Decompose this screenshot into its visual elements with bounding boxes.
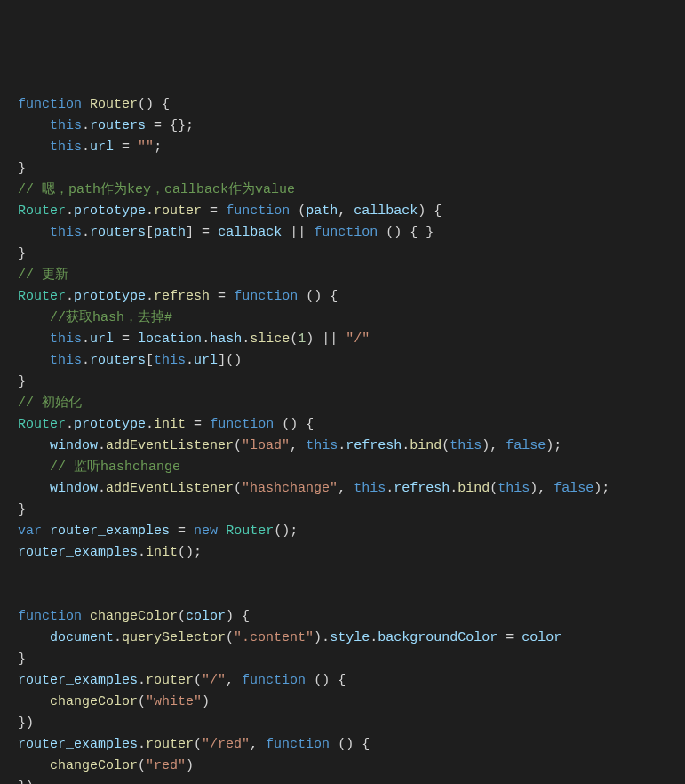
token-op: = [210, 204, 218, 219]
token-prm: color [186, 609, 226, 624]
token-cls: Router [18, 289, 66, 304]
token-prm: callback [354, 204, 418, 219]
token-prm: callback [218, 225, 282, 240]
token-kw: function [226, 204, 290, 219]
token-op: = [194, 417, 202, 432]
token-str: "white" [146, 694, 202, 709]
token-cm: // 更新 [18, 268, 68, 283]
token-fn: refresh [154, 289, 210, 304]
token-op: = [122, 140, 130, 155]
token-prm: router_examples [50, 524, 170, 539]
token-pun [82, 609, 90, 624]
token-pun [202, 204, 210, 219]
token-op: = [154, 118, 162, 133]
token-pun: . [98, 438, 106, 453]
token-kw: function [234, 289, 298, 304]
token-pun: . [146, 417, 154, 432]
token-prop: refresh [394, 481, 450, 496]
token-pun: ( [290, 204, 306, 219]
token-fn: addEventListener [106, 481, 234, 496]
token-pun [18, 332, 50, 347]
token-pun: ( [194, 737, 202, 752]
token-prm: window [50, 481, 98, 496]
token-fn: changeColor [50, 694, 138, 709]
token-pun: [ [146, 225, 154, 240]
token-th: this [50, 225, 82, 240]
token-op: || [290, 225, 306, 240]
token-num: 1 [298, 332, 306, 347]
token-pun: . [138, 673, 146, 688]
token-op: = [218, 289, 226, 304]
token-prop: prototype [74, 289, 146, 304]
token-pun: ( [138, 758, 146, 773]
token-pun: , [250, 737, 266, 752]
token-th: this [498, 481, 530, 496]
token-pun: , [226, 673, 242, 688]
token-th: this [354, 481, 386, 496]
token-pun: (); [178, 545, 202, 560]
token-pun: ( [490, 481, 498, 496]
token-fn: slice [250, 332, 290, 347]
token-pun: . [66, 204, 74, 219]
token-prop: url [90, 332, 114, 347]
token-pun: ( [234, 438, 242, 453]
token-cm: // 监听hashchange [50, 460, 180, 475]
token-op: = [202, 225, 210, 240]
token-pun: ( [178, 609, 186, 624]
token-fn: querySelector [122, 630, 226, 645]
token-pun: } [18, 652, 26, 667]
token-kw: function [18, 97, 82, 112]
token-prop: style [330, 630, 370, 645]
token-cls: Router [18, 204, 66, 219]
token-cm: // 嗯，path作为key，callback作为value [18, 182, 295, 197]
token-pun: . [98, 481, 106, 496]
token-cm: //获取hash，去掉# [50, 310, 172, 325]
token-fn: router [146, 737, 194, 752]
token-fn: addEventListener [106, 438, 234, 453]
token-pun: . [138, 737, 146, 752]
token-prop: prototype [74, 204, 146, 219]
token-pun: . [114, 630, 122, 645]
token-op: || [322, 332, 338, 347]
token-pun: ( [290, 332, 298, 347]
token-pun: . [138, 545, 146, 560]
token-prop: url [194, 353, 218, 368]
token-kw: var [18, 524, 42, 539]
token-fn: bind [410, 438, 442, 453]
token-pun: . [82, 140, 90, 155]
token-pun [210, 289, 218, 304]
token-pun: ( [194, 673, 202, 688]
token-fn: bind [458, 481, 490, 496]
token-kw: function [18, 609, 82, 624]
token-th: this [50, 140, 82, 155]
token-pun: [ [146, 353, 154, 368]
token-pun [170, 524, 178, 539]
token-pun: . [386, 481, 394, 496]
token-pun: ] [186, 225, 202, 240]
token-pun [498, 630, 506, 645]
token-pun: ) [306, 332, 322, 347]
token-prm: location [138, 332, 202, 347]
token-pun: . [242, 332, 250, 347]
token-th: this [50, 353, 82, 368]
token-kw: function [266, 737, 330, 752]
token-pun [130, 140, 138, 155]
token-pun [114, 332, 122, 347]
token-prm: path [306, 204, 338, 219]
token-prm: router_examples [18, 737, 138, 752]
token-pun [210, 225, 218, 240]
token-pun [514, 630, 522, 645]
token-th: this [306, 438, 338, 453]
token-prop: routers [90, 225, 146, 240]
token-prm: color [522, 630, 562, 645]
token-pun: ( [234, 481, 242, 496]
token-fn: Router [90, 97, 138, 112]
token-th: this [450, 438, 482, 453]
token-prop: routers [90, 118, 146, 133]
token-str: "/" [202, 673, 226, 688]
token-pun: . [202, 332, 210, 347]
token-pun: ( [138, 694, 146, 709]
code-editor[interactable]: function Router() { this.routers = {}; t… [18, 94, 667, 784]
token-pun: ( [226, 630, 234, 645]
token-pun: . [186, 353, 194, 368]
